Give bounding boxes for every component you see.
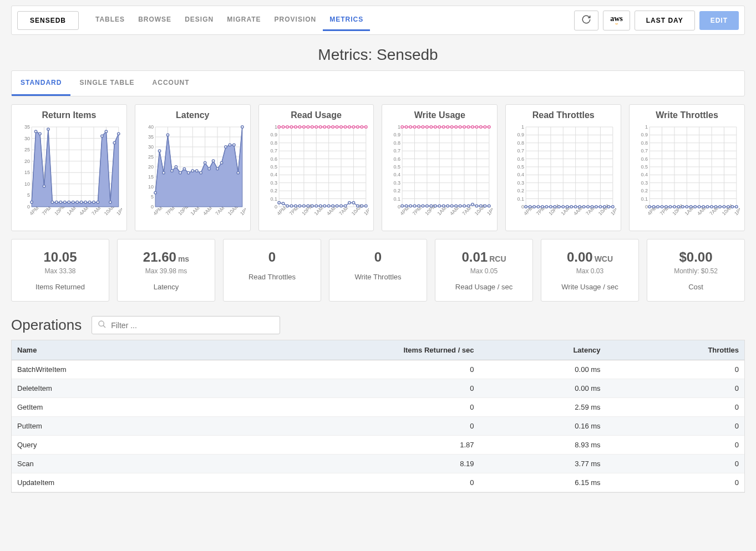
chart-read-usage[interactable]: Read Usage00.10.20.30.40.50.60.70.80.914… [258,104,374,231]
nav-tab-migrate[interactable]: MIGRATE [220,9,267,31]
svg-point-159 [315,126,317,128]
cell-items: 0 [210,379,479,398]
col-throttles[interactable]: Throttles [606,340,744,360]
aws-button[interactable]: aws ⌣ [603,11,630,30]
charts-row: Return Items051015202530354PM7PM10PM1AM4… [11,104,745,231]
svg-point-185 [332,205,334,207]
svg-point-189 [348,202,350,204]
cell-items: 8.19 [210,455,479,473]
stat-unit: WCU [595,254,613,263]
svg-point-37 [47,128,49,130]
svg-point-376 [657,206,659,208]
nav-tab-metrics[interactable]: METRICS [323,9,370,31]
cell-latency: 6.15 ms [480,473,606,492]
nav-tab-browse[interactable]: BROWSE [131,9,178,31]
svg-point-52 [109,201,111,203]
svg-point-40 [59,201,62,203]
database-selector-button[interactable]: SENSEDB [17,11,79,30]
stat-label: Cost [652,283,740,291]
sub-tab-single-table[interactable]: SINGLE TABLE [70,71,143,96]
svg-point-252 [484,126,486,128]
col-name[interactable]: Name [12,340,210,360]
svg-point-108 [229,144,231,146]
refresh-button[interactable] [574,11,598,30]
svg-point-102 [204,162,206,164]
svg-point-153 [290,126,292,128]
table-row[interactable]: DeleteItem 0 0.00 ms 0 [12,379,744,398]
svg-point-261 [430,205,433,207]
svg-text:15: 15 [148,174,154,180]
svg-point-171 [364,126,367,128]
svg-point-243 [447,126,449,128]
svg-point-326 [575,206,577,208]
chart-read-throttles[interactable]: Read Throttles00.10.20.30.40.50.60.70.80… [505,104,621,231]
chart-return-items[interactable]: Return Items051015202530354PM7PM10PM1AM4… [11,104,127,231]
svg-point-233 [405,126,408,128]
svg-point-395 [735,206,738,208]
svg-point-193 [364,205,367,207]
svg-text:1: 1 [398,124,401,130]
stat-cost: $0.00Monthly: $0.52Cost [647,239,745,302]
svg-point-151 [282,126,284,128]
svg-point-258 [418,205,420,207]
col-latency[interactable]: Latency [480,340,606,360]
filter-input[interactable] [111,321,274,330]
cell-name: Scan [12,455,210,473]
table-row[interactable]: PutItem 0 0.16 ms 0 [12,417,744,436]
svg-point-272 [476,205,478,207]
edit-button[interactable]: EDIT [699,11,739,30]
svg-point-184 [327,205,329,207]
nav-tab-tables[interactable]: TABLES [89,9,131,31]
table-row[interactable]: UpdateItem 0 6.15 ms 0 [12,473,744,492]
time-range-button[interactable]: LAST DAY [635,11,695,30]
svg-text:1: 1 [275,124,277,130]
stats-row: 10.05Max 33.38Items Returned21.60msMax 3… [11,239,745,302]
svg-point-381 [677,206,679,208]
table-row[interactable]: BatchWriteItem 0 0.00 ms 0 [12,360,744,379]
filter-input-wrap[interactable] [92,316,280,334]
table-row[interactable]: GetItem 0 2.59 ms 0 [12,398,744,417]
sub-tab-standard[interactable]: STANDARD [12,71,70,96]
svg-point-255 [405,205,408,207]
svg-point-335 [612,206,614,208]
svg-point-99 [191,170,194,172]
chart-write-throttles[interactable]: Write Throttles00.10.20.30.40.50.60.70.8… [629,104,745,231]
operations-title: Operations [11,317,82,334]
chart-write-usage[interactable]: Write Usage00.10.20.30.40.50.60.70.80.91… [382,104,498,231]
svg-point-188 [344,205,346,207]
nav-tab-design[interactable]: DESIGN [178,9,220,31]
svg-point-111 [241,126,243,128]
svg-text:0.5: 0.5 [517,164,525,170]
page-title: Metrics: Sensedb [0,35,756,70]
svg-text:5: 5 [27,192,30,198]
chart-title: Write Throttles [634,110,740,120]
svg-point-257 [414,205,416,207]
cell-latency: 2.59 ms [480,398,606,417]
svg-point-245 [455,126,457,128]
col-items-returned-sec[interactable]: Items Returned / sec [210,340,479,360]
svg-point-392 [723,206,725,208]
chart-title: Read Usage [263,110,369,120]
svg-point-103 [208,167,210,170]
sub-tab-account[interactable]: ACCOUNT [144,71,199,96]
cell-name: UpdateItem [12,473,210,492]
svg-point-169 [356,126,358,128]
svg-point-323 [562,206,564,208]
svg-point-388 [707,206,709,208]
cell-throttles: 0 [606,473,744,492]
stat-unit: RCU [489,254,506,263]
stat-value: 10.05 [43,249,77,264]
top-toolbar: SENSEDB TABLESBROWSEDESIGNMIGRATEPROVISI… [11,6,745,35]
table-row[interactable]: Scan 8.19 3.77 ms 0 [12,455,744,473]
svg-text:20: 20 [148,164,154,170]
svg-text:0.5: 0.5 [394,164,401,170]
svg-point-168 [352,126,354,128]
svg-point-35 [39,132,41,135]
nav-tab-provision[interactable]: PROVISION [268,9,323,31]
svg-point-315 [529,206,531,208]
svg-point-274 [484,205,486,207]
svg-point-173 [282,202,284,205]
table-row[interactable]: Query 1.87 8.93 ms 0 [12,436,744,455]
svg-point-36 [43,185,45,187]
chart-latency[interactable]: Latency05101520253035404PM7PM10PM1AM4AM7… [135,104,251,231]
